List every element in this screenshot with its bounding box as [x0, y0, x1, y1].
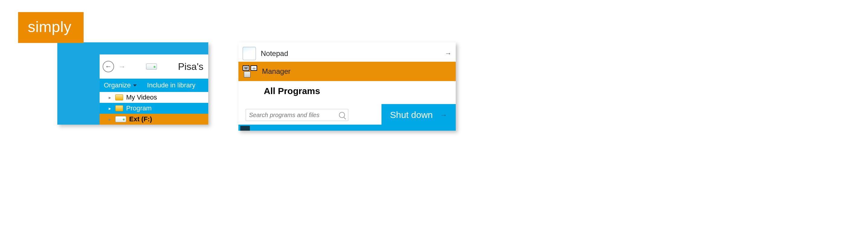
- expand-caret-icon: ▸: [108, 116, 112, 122]
- expand-caret-icon: ▸: [108, 95, 112, 101]
- chevron-down-icon: [133, 84, 137, 86]
- folder-icon: [115, 105, 123, 111]
- startmenu-item-manager[interactable]: M▭ Manager: [239, 62, 456, 81]
- all-programs[interactable]: All Programs: [239, 81, 456, 102]
- manager-icon: M▭: [243, 65, 257, 77]
- folder-tree: ▸ My Videos ▸ Program ▸ Ext (F:): [100, 92, 208, 125]
- tree-item-label: My Videos: [126, 93, 157, 101]
- submenu-arrow-icon: →: [445, 50, 452, 57]
- search-icon: [339, 112, 345, 118]
- shutdown-options-arrow-icon: →: [440, 111, 447, 119]
- shutdown-button[interactable]: Shut down →: [381, 104, 456, 126]
- expand-caret-icon: ▸: [108, 106, 112, 111]
- explorer-toolbar: Organize Include in library: [100, 79, 208, 92]
- notepad-icon: [243, 47, 256, 60]
- startmenu-item-notepad[interactable]: Notepad →: [239, 45, 456, 62]
- tree-item-label: Ext (F:): [129, 115, 152, 123]
- simply-badge: simply: [18, 12, 84, 43]
- forward-button[interactable]: →: [118, 62, 126, 71]
- explorer-window: ← → Pisa's Organize Include in library ▸: [57, 42, 208, 125]
- search-placeholder: Search programs and files: [249, 112, 319, 118]
- search-programs-input[interactable]: Search programs and files: [246, 109, 348, 121]
- tree-item-ext-drive[interactable]: ▸ Ext (F:): [100, 114, 208, 125]
- include-in-library-menu[interactable]: Include in library: [147, 81, 195, 89]
- shutdown-label: Shut down: [390, 110, 433, 120]
- tree-item-label: Program: [126, 104, 152, 112]
- tree-item-program[interactable]: ▸ Program: [100, 103, 208, 114]
- address-text: Pisa's: [178, 61, 205, 72]
- back-button[interactable]: ←: [103, 61, 114, 72]
- tree-item-my-videos[interactable]: ▸ My Videos: [100, 92, 208, 103]
- explorer-navbar: ← → Pisa's: [100, 54, 208, 79]
- folder-icon: [115, 95, 123, 101]
- organize-menu[interactable]: Organize: [104, 81, 137, 89]
- taskbar-thumb: [240, 126, 250, 131]
- drive-icon: [146, 63, 157, 70]
- startmenu-item-label: Notepad: [261, 49, 288, 58]
- start-menu: Notepad → M▭ Manager All Programs Search…: [239, 42, 456, 131]
- drive-icon: [115, 116, 126, 122]
- startmenu-item-label: Manager: [262, 67, 291, 76]
